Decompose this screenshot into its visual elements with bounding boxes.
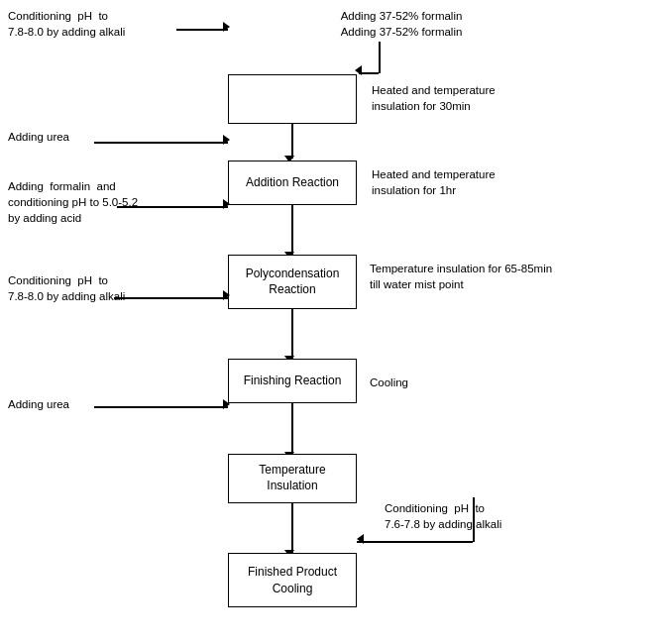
flowchart-diagram: Conditioning pH to 7.8-8.0 by adding alk… [0,0,664,644]
label-conditioning-top: Conditioning pH to 7.8-8.0 by adding alk… [8,8,181,40]
arrowhead-cond-ph [357,534,364,544]
arrow-urea1-horiz [94,142,228,144]
arrow-formalin-down-line [379,42,381,73]
box-temp-insulation: Temperature Insulation [228,454,357,503]
box-finished-product-cooling: Finished Product Cooling [228,553,357,607]
arrowhead-urea1 [223,135,230,145]
arrow-box1-box2 [291,124,293,159]
label-cooling: Cooling [370,375,469,390]
arrow-formalin-acid-horiz [117,206,228,208]
arrow-cond-ph-horiz [357,541,473,543]
label-temp-insulation: Temperature insulation for 65-85min till… [370,261,598,292]
label-adding-urea-2: Adding urea [8,396,137,412]
arrow-formalin-horiz [359,72,379,74]
arrowhead-formalin-acid [223,199,230,209]
arrowhead-urea2 [223,399,230,409]
arrow-box4-box5-line [291,403,293,455]
arrow-from-alkali-top [176,29,228,31]
arrow-box5-box6-line [291,503,293,553]
arrow-cond-ph-vert [473,497,475,542]
arrow-cond2-horiz [114,297,228,299]
label-adding-formalin: Adding 37-52% formalin Adding 37-52% for… [302,8,500,40]
arrow-box2-box3-line [291,205,293,255]
box-polycondensation: Polycondensation Reaction [228,255,357,309]
arrow-box3-box4-line [291,309,293,359]
label-heated-30: Heated and temperature insulation for 30… [372,82,570,114]
arrowhead-cond2 [223,290,230,300]
box-addition-reaction: Addition Reaction [228,161,357,205]
arrowhead-alkali-top [223,22,230,32]
label-adding-formalin-acid: Adding formalin and conditioning pH to 5… [8,178,191,226]
arrow-urea2-horiz [94,406,228,408]
box-top [228,74,357,124]
label-conditioning-2: Conditioning pH to 7.8-8.0 by adding alk… [8,272,181,304]
label-conditioning-ph-7678: Conditioning pH to 7.6-7.8 by adding alk… [385,500,568,532]
box-finishing-reaction: Finishing Reaction [228,359,357,403]
label-heated-1hr: Heated and temperature insulation for 1h… [372,166,570,198]
